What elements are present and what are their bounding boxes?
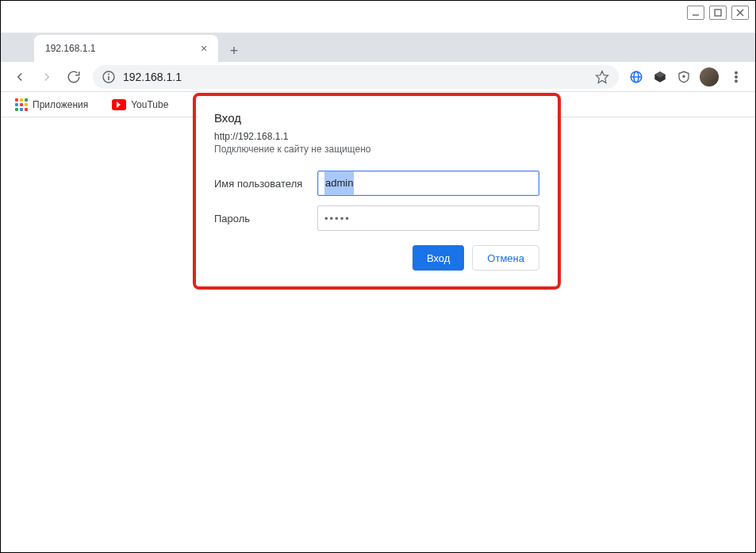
tab-close-icon[interactable]: × <box>198 42 210 55</box>
svg-point-6 <box>108 73 109 75</box>
svg-point-15 <box>735 75 737 77</box>
site-info-icon[interactable] <box>102 71 115 83</box>
username-label: Имя пользователя <box>214 178 317 190</box>
window-minimize-button[interactable] <box>687 6 704 20</box>
browser-tab[interactable]: 192.168.1.1 × <box>34 35 218 62</box>
password-input[interactable]: ••••• <box>317 205 539 231</box>
window-maximize-button[interactable] <box>709 6 727 20</box>
address-bar[interactable]: 192.168.1.1 <box>93 65 619 89</box>
new-tab-button[interactable]: + <box>223 40 245 62</box>
browser-menu-button[interactable] <box>723 64 749 90</box>
bookmark-youtube[interactable]: YouTube <box>107 96 173 113</box>
password-value: ••••• <box>324 213 351 225</box>
extension-shield-icon[interactable] <box>673 66 695 88</box>
profile-avatar[interactable] <box>700 67 719 86</box>
bookmark-star-icon[interactable] <box>595 70 609 84</box>
bookmarks-apps-label: Приложения <box>33 99 88 110</box>
login-button[interactable]: Вход <box>413 245 464 271</box>
browser-toolbar: 192.168.1.1 <box>1 62 755 92</box>
svg-point-16 <box>735 80 737 82</box>
bookmarks-apps-button[interactable]: Приложения <box>10 95 93 114</box>
password-label: Пароль <box>214 213 317 225</box>
username-value: admin <box>324 171 354 195</box>
window-titlebar <box>1 1 755 33</box>
svg-point-14 <box>735 71 737 73</box>
extension-cube-icon[interactable] <box>649 66 671 88</box>
apps-grid-icon <box>15 98 28 111</box>
svg-rect-1 <box>715 10 721 16</box>
back-button[interactable] <box>7 64 33 90</box>
dialog-title: Вход <box>214 111 539 125</box>
svg-marker-7 <box>597 71 608 83</box>
svg-point-13 <box>682 75 685 77</box>
dialog-origin: http://192.168.1.1 <box>214 131 539 142</box>
youtube-icon <box>112 99 126 110</box>
http-auth-dialog: Вход http://192.168.1.1 Подключение к са… <box>198 98 555 285</box>
username-input[interactable]: admin <box>317 171 539 196</box>
window-close-button[interactable] <box>731 6 749 20</box>
cancel-button[interactable]: Отмена <box>472 245 539 271</box>
extension-globe-icon[interactable] <box>625 66 647 88</box>
reload-button[interactable] <box>61 64 86 90</box>
tab-title: 192.168.1.1 <box>45 43 198 54</box>
dialog-warning: Подключение к сайту не защищено <box>214 144 539 155</box>
url-text: 192.168.1.1 <box>123 71 587 83</box>
bookmark-youtube-label: YouTube <box>131 99 168 110</box>
forward-button[interactable] <box>34 64 59 90</box>
